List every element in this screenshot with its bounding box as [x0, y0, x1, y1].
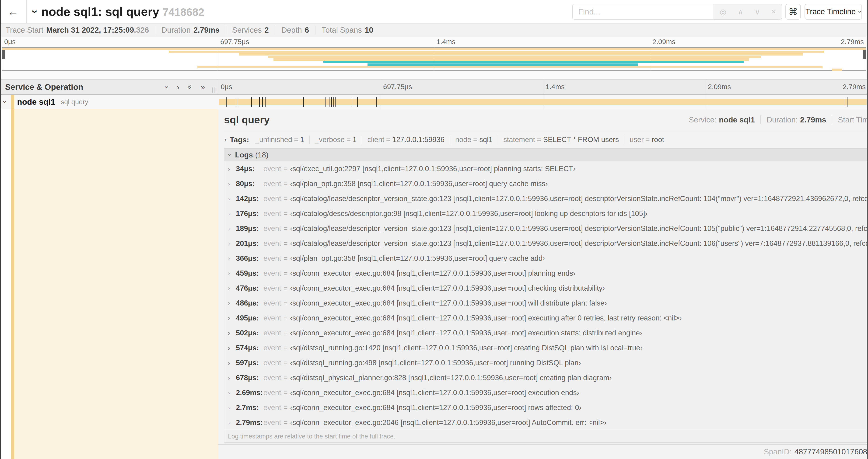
span-timeline-cell[interactable] — [218, 95, 868, 109]
log-field-key: event — [264, 299, 281, 307]
minimap-span-bar — [323, 61, 744, 63]
chevron-down-icon: › — [226, 154, 233, 156]
expand-one-icon[interactable]: › — [177, 83, 180, 92]
log-marker-tick — [331, 97, 332, 107]
log-field-value: ‹sql/catalog/lease/descriptor_version_st… — [290, 239, 868, 248]
log-row[interactable]: › 574μs: event = ‹sql/distsql_running.go… — [224, 340, 868, 355]
log-timestamp: 597μs: — [236, 359, 264, 367]
span-detail-left-gutter — [0, 109, 218, 459]
trace-view-dropdown[interactable]: Trace Timeline › — [805, 4, 862, 20]
meta-label: Services — [232, 26, 262, 35]
ruler-gridline — [381, 79, 381, 94]
log-row[interactable]: › 486μs: event = ‹sql/conn_executor_exec… — [224, 296, 868, 311]
span-summary-item: Duration:2.79ms — [761, 116, 832, 124]
chevron-right-icon: › — [228, 195, 236, 202]
trace-meta-bar: Trace Start March 31 2022, 17:25:09.326 … — [0, 23, 868, 37]
minimap-span-bar — [268, 56, 762, 58]
back-button[interactable]: ← — [0, 0, 27, 23]
span-service-name: node sql1 — [17, 97, 55, 107]
ruler-tick-label: 2.09ms — [652, 38, 675, 46]
ruler-tick-label: 697.75μs — [383, 83, 412, 91]
span-duration-bar[interactable] — [219, 99, 867, 105]
collapse-one-icon[interactable]: › — [163, 86, 172, 88]
meta-label: Total Spans — [321, 26, 362, 35]
log-timestamp: 486μs: — [236, 299, 264, 307]
log-row[interactable]: › 189μs: event = ‹sql/catalog/lease/desc… — [224, 221, 868, 236]
find-input[interactable] — [572, 4, 714, 19]
ruler-gridline — [706, 79, 706, 94]
log-row[interactable]: › 459μs: event = ‹sql/conn_executor_exec… — [224, 266, 868, 281]
log-row[interactable]: › 502μs: event = ‹sql/conn_executor_exec… — [224, 326, 868, 340]
log-row[interactable]: › 2.7ms: event = ‹sql/conn_executor_exec… — [224, 400, 868, 415]
log-field-value: ‹sql/distsql_running.go:1420 [nsql1,clie… — [290, 344, 643, 352]
log-equals: = — [283, 239, 288, 248]
log-row[interactable]: › 142μs: event = ‹sql/catalog/lease/desc… — [224, 191, 868, 206]
log-timestamp: 142μs: — [236, 195, 264, 203]
log-field-key: event — [264, 209, 281, 218]
log-row[interactable]: › 476μs: event = ‹sql/conn_executor_exec… — [224, 281, 868, 296]
log-field-value: ‹sql/conn_executor_exec.go:684 [nsql1,cl… — [290, 269, 576, 277]
log-field-value: ‹sql/catalog/lease/descriptor_version_st… — [290, 224, 868, 233]
find-controls: ◎ ∧ ∨ × — [714, 4, 782, 19]
find-next-icon[interactable]: ∨ — [754, 7, 760, 16]
log-field-key: event — [264, 344, 281, 352]
log-row[interactable]: › 80μs: event = ‹sql/plan_opt.go:358 [ns… — [224, 176, 868, 191]
chevron-right-icon: › — [228, 330, 236, 336]
log-row[interactable]: › 2.79ms: event = ‹sql/conn_executor_exe… — [224, 415, 868, 430]
trace-collapse-chevron-icon[interactable]: › — [29, 10, 41, 13]
chevron-right-icon: › — [228, 404, 236, 411]
meta-label: Depth — [281, 26, 302, 35]
chevron-right-icon: › — [228, 255, 236, 262]
log-row[interactable]: › 34μs: event = ‹sql/exec_util.go:2297 [… — [224, 161, 868, 176]
jaeger-trace-page: ← › node sql1: sql query7418682 ◎ ∧ ∨ × … — [0, 0, 868, 459]
log-field-key: event — [264, 179, 281, 188]
locate-icon[interactable]: ◎ — [720, 7, 726, 16]
tags-row[interactable]: › Tags: _unfinished=1 _verbose=1 client=… — [224, 131, 868, 148]
span-operation-name: sql query — [61, 98, 88, 106]
find-clear-icon[interactable]: × — [771, 7, 776, 16]
log-field-value: ‹sql/conn_executor_exec.go:2046 [nsql1,c… — [290, 418, 607, 427]
ruler-tick-label: 2.79ms — [841, 38, 864, 46]
timeline-minimap: 0μs697.75μs1.4ms2.09ms2.79ms — [0, 37, 868, 79]
log-row[interactable]: › 2.69ms: event = ‹sql/conn_executor_exe… — [224, 385, 868, 400]
tags-label: Tags: — [230, 135, 249, 144]
logs-header[interactable]: › Logs (18) — [224, 149, 868, 161]
log-field-key: event — [264, 374, 281, 382]
log-timestamp: 574μs: — [236, 344, 264, 352]
log-row[interactable]: › 678μs: event = ‹sql/distsql_physical_p… — [224, 370, 868, 385]
log-equals: = — [283, 403, 288, 412]
log-row[interactable]: › 176μs: event = ‹sql/catalog/descs/desc… — [224, 206, 868, 221]
minimap-time-labels: 0μs697.75μs1.4ms2.09ms2.79ms — [2, 38, 866, 47]
log-row[interactable]: › 366μs: event = ‹sql/plan_opt.go:358 [n… — [224, 251, 868, 266]
keyboard-shortcuts-button[interactable]: ⌘ — [785, 4, 801, 20]
ruler-tick-label: 0μs — [4, 38, 16, 46]
tag-item: statement=SELECT * FROM users — [498, 135, 624, 144]
tag-item: node=sql1 — [450, 135, 498, 144]
log-equals: = — [283, 254, 288, 263]
logs-title: Logs — [235, 151, 253, 159]
column-resize-grip[interactable]: || — [212, 86, 216, 94]
meta-label: Trace Start — [6, 26, 43, 35]
timeline-header: Service & Operation › › » » || 0μs697.75… — [0, 79, 868, 95]
log-field-value: ‹sql/conn_executor_exec.go:684 [nsql1,cl… — [290, 299, 607, 307]
log-row[interactable]: › 495μs: event = ‹sql/conn_executor_exec… — [224, 311, 868, 326]
log-field-value: ‹sql/distsql_running.go:498 [nsql1,clien… — [290, 359, 581, 367]
log-field-value: ‹sql/conn_executor_exec.go:684 [nsql1,cl… — [290, 389, 579, 397]
timeline-collapse-controls: › › » » — [166, 79, 205, 94]
find-prev-icon[interactable]: ∧ — [738, 7, 743, 16]
span-collapse-chevron-icon[interactable]: › — [1, 101, 9, 103]
ruler-tick-label: 1.4ms — [436, 38, 456, 46]
log-marker-tick — [334, 97, 334, 107]
log-row[interactable]: › 597μs: event = ‹sql/distsql_running.go… — [224, 355, 868, 370]
minimap-canvas[interactable] — [2, 47, 866, 71]
log-row[interactable]: › 201μs: event = ‹sql/catalog/lease/desc… — [224, 236, 868, 251]
log-timestamp: 80μs: — [236, 179, 264, 188]
collapse-all-icon[interactable]: » — [186, 85, 195, 89]
span-row[interactable]: › node sql1 sql query — [0, 95, 868, 109]
ruler-gridline — [543, 79, 544, 94]
expand-all-icon[interactable]: » — [201, 83, 205, 92]
log-timestamp: 189μs: — [236, 224, 264, 233]
chevron-right-icon: › — [228, 181, 236, 187]
meta-value: 2.79ms — [193, 26, 220, 35]
log-field-key: event — [264, 389, 281, 397]
